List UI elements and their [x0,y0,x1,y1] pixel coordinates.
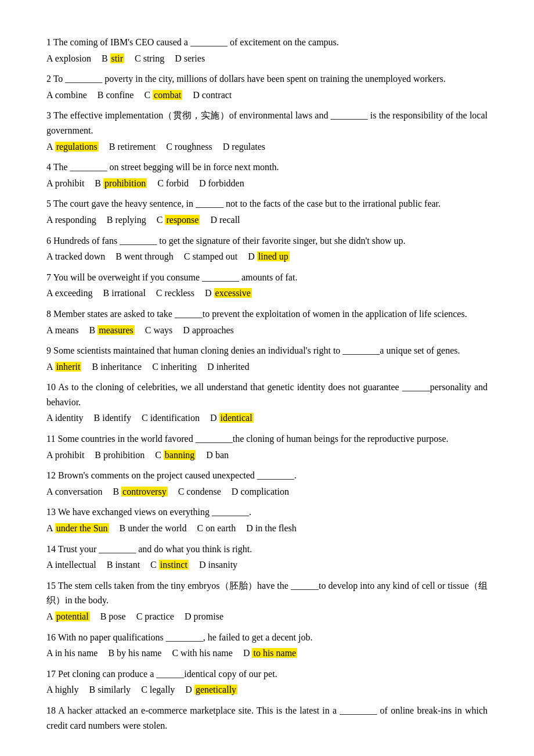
question-text-1: 1 The coming of IBM's CEO caused a _____… [46,35,488,50]
question-text-11: 11 Some countries in the world favored _… [46,431,488,447]
option-7-D: D excessive [205,288,252,298]
options-line-2: A combineB confineC combatD contract [46,88,488,103]
option-2-B: B confine [98,90,134,100]
question-9: 9 Some scientists maintained that human … [46,343,488,374]
question-text-5: 5 The court gave the heavy sentence, in … [46,196,488,211]
question-3: 3 The effective implementation（贯彻，实施）of … [46,108,488,154]
options-line-1: A explosionB stirC stringD series [46,51,488,66]
options-line-13: A under the SunB under the worldC on ear… [46,521,488,536]
question-text-12: 12 Brown's comments on the project cause… [46,468,488,483]
option-10-D: D identical [210,413,254,423]
option-12-B: B controversy [113,487,167,496]
options-line-5: A respondingB replyingC responseD recall [46,213,488,228]
option-12-D: D complication [232,487,289,496]
option-12-A: A conversation [46,487,102,496]
option-6-C: C stamped out [184,251,237,261]
option-1-D: D series [175,53,205,63]
option-6-B: B went through [116,251,174,261]
options-line-8: A meansB measuresC waysD approaches [46,323,488,338]
options-line-6: A tracked downB went throughC stamped ou… [46,249,488,264]
option-6-D: D lined up [248,251,290,261]
option-14-D: D insanity [199,560,237,570]
option-3-D: D regulates [223,142,265,152]
option-15-C: C practice [136,611,174,621]
question-text-10: 10 As to the cloning of celebrities, we … [46,380,488,409]
options-line-11: A prohibitB prohibitionC banningD ban [46,448,488,463]
options-line-3: A regulationsB retirementC roughnessD re… [46,139,488,154]
option-14-A: A intellectual [46,560,96,570]
question-text-17: 17 Pet cloning can produce a ______ident… [46,667,488,682]
options-line-15: A potentialB poseC practiceD promise [46,609,488,624]
option-16-B: B by his name [108,648,161,658]
question-17: 17 Pet cloning can produce a ______ident… [46,667,488,697]
option-5-C: C response [157,215,200,225]
option-17-C: C legally [141,685,175,694]
option-6-A: A tracked down [46,251,105,261]
option-14-B: B instant [107,560,140,570]
option-11-C: C banning [155,450,196,460]
question-text-14: 14 Trust your ________ and do what you t… [46,542,488,557]
option-11-A: A prohibit [46,450,84,460]
option-4-B: B prohibition [95,178,147,188]
option-4-A: A prohibit [46,178,84,188]
option-4-C: C forbid [157,178,189,188]
option-10-B: B identify [94,413,131,423]
option-3-A: A regulations [46,142,99,152]
option-11-B: B prohibition [95,450,145,460]
option-5-A: A responding [46,215,96,225]
option-4-D: D forbidden [199,178,244,188]
question-15: 15 The stem cells taken from the tiny em… [46,578,488,624]
options-line-12: A conversationB controversyC condenseD c… [46,484,488,499]
question-16: 16 With no paper qualifications ________… [46,630,488,661]
option-9-C: C inheriting [152,362,197,372]
option-3-C: C roughness [166,142,212,152]
option-5-D: D recall [210,215,240,225]
question-text-2: 2 To ________ poverty in the city, milli… [46,71,488,87]
options-line-10: A identityB identifyC identificationD id… [46,411,488,426]
options-line-4: A prohibitB prohibitionC forbidD forbidd… [46,176,488,191]
question-4: 4 The ________ on street begging will be… [46,160,488,190]
option-17-B: B similarly [89,685,131,694]
options-line-14: A intellectualB instantC instinctD insan… [46,557,488,573]
question-1: 1 The coming of IBM's CEO caused a _____… [46,35,488,66]
options-line-9: A inheritB inheritanceC inheritingD inhe… [46,359,488,375]
option-2-A: A combine [46,90,87,100]
option-10-C: C identification [142,413,200,423]
question-18: 18 A hacker attacked an e-commerce marke… [46,703,488,733]
option-9-D: D inherited [207,362,249,372]
option-16-D: D to his name [243,648,297,658]
option-8-C: C ways [145,325,173,335]
options-line-16: A in his nameB by his nameC with his nam… [46,646,488,661]
question-text-13: 13 We have exchanged views on everything… [46,505,488,520]
question-text-9: 9 Some scientists maintained that human … [46,343,488,358]
question-text-18: 18 A hacker attacked an e-commerce marke… [46,703,488,733]
option-12-C: C condense [178,487,221,496]
question-13: 13 We have exchanged views on everything… [46,505,488,535]
question-14: 14 Trust your ________ and do what you t… [46,542,488,573]
option-7-A: A exceeding [46,288,93,298]
question-8: 8 Member states are asked to take ______… [46,307,488,337]
question-text-8: 8 Member states are asked to take ______… [46,307,488,322]
option-14-C: C instinct [150,560,189,570]
question-11: 11 Some countries in the world favored _… [46,431,488,462]
question-text-16: 16 With no paper qualifications ________… [46,630,488,645]
option-16-A: A in his name [46,648,98,658]
option-10-A: A identity [46,413,84,423]
option-11-D: D ban [206,450,229,460]
question-12: 12 Brown's comments on the project cause… [46,468,488,499]
option-13-A: A under the Sun [46,523,109,533]
question-7: 7 You will be overweight if you consume … [46,270,488,301]
main-content: 1 The coming of IBM's CEO caused a _____… [46,35,488,733]
option-5-B: B replying [107,215,146,225]
option-7-C: C reckless [156,288,194,298]
option-17-D: D genetically [185,685,237,694]
question-2: 2 To ________ poverty in the city, milli… [46,71,488,102]
option-1-B: B stir [102,53,124,63]
option-15-D: D promise [185,611,223,621]
option-1-C: C string [135,53,164,63]
option-9-A: A inherit [46,362,81,372]
option-2-D: D contract [193,90,232,100]
question-text-7: 7 You will be overweight if you consume … [46,270,488,285]
option-15-A: A potential [46,611,90,621]
options-line-7: A exceedingB irrationalC recklessD exces… [46,286,488,301]
